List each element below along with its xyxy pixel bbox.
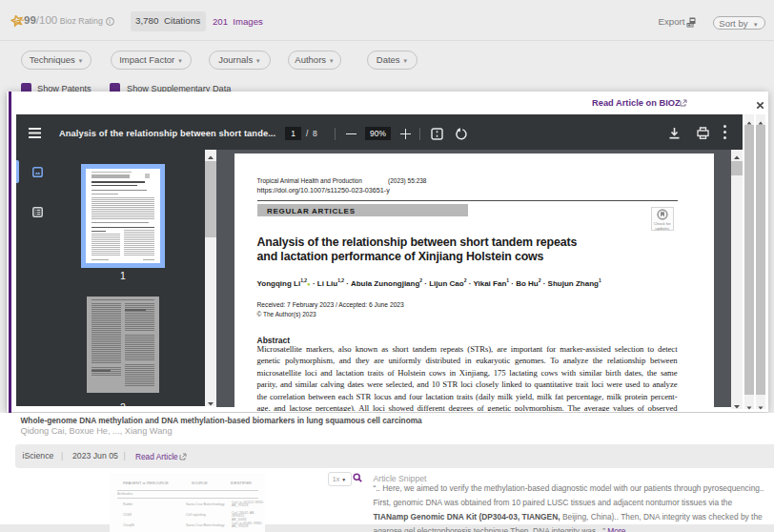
svg-text:CSV: CSV (687, 24, 695, 28)
